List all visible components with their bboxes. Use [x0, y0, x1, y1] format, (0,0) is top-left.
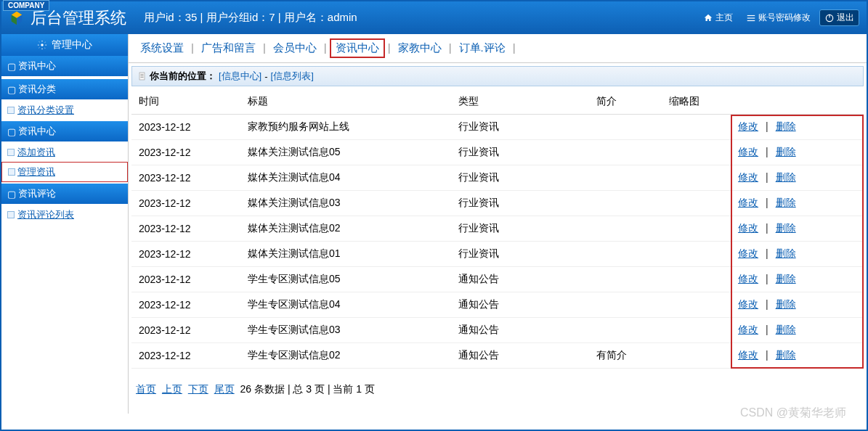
- page-last[interactable]: 尾页: [214, 383, 235, 395]
- home-label: 主页: [715, 12, 733, 24]
- table-row: 2023-12-12学生专区测试信息04通知公告修改|删除: [131, 292, 864, 318]
- cell-intro: [589, 165, 662, 191]
- topnav: 系统设置|广告和留言|会员中心|资讯中心|家教中心|订单.评论|: [129, 34, 867, 63]
- mc-header: 管理中心: [1, 34, 128, 56]
- delete-link[interactable]: 删除: [776, 298, 796, 310]
- cell-thumb: [662, 216, 731, 242]
- cell-title: 媒体关注测试信息02: [240, 216, 451, 242]
- window-frame: 后台管理系统 用户id：35 | 用户分组id：7 | 用户名：admin 主页…: [0, 0, 868, 431]
- table-row: 2023-12-12家教预约服务网站上线行业资讯修改|删除: [131, 115, 864, 140]
- bc-link-2[interactable]: [信息列表]: [271, 70, 314, 83]
- edit-link[interactable]: 修改: [738, 171, 758, 183]
- cell-intro: [589, 267, 662, 292]
- delete-link[interactable]: 删除: [776, 120, 796, 132]
- user-info: 用户id：35 | 用户分组id：7 | 用户名：admin: [144, 11, 357, 25]
- topnav-item[interactable]: 资讯中心: [330, 38, 385, 58]
- exit-label: 退出: [837, 12, 854, 24]
- section-header[interactable]: ▢资讯分类: [1, 79, 128, 99]
- topnav-item[interactable]: 家教中心: [394, 40, 446, 57]
- th-time: 时间: [131, 89, 240, 115]
- table-row: 2023-12-12媒体关注测试信息02行业资讯修改|删除: [131, 216, 864, 242]
- exit-button[interactable]: 退出: [819, 9, 859, 26]
- bc-label: 你当前的位置：: [150, 70, 216, 83]
- menu-item[interactable]: 资讯分类设置: [1, 101, 128, 120]
- cell-title: 媒体关注测试信息04: [240, 165, 451, 191]
- section-header[interactable]: ▢资讯中心: [1, 56, 128, 76]
- edit-link[interactable]: 修改: [738, 273, 758, 284]
- cell-time: 2023-12-12: [131, 216, 240, 242]
- th-type: 类型: [451, 89, 589, 115]
- nav-separator: |: [510, 41, 519, 54]
- menu-item[interactable]: 管理资讯: [1, 162, 128, 182]
- power-icon: [824, 13, 835, 23]
- table-row: 2023-12-12媒体关注测试信息03行业资讯修改|删除: [131, 191, 864, 216]
- topnav-item[interactable]: 会员中心: [269, 40, 321, 57]
- edit-link[interactable]: 修改: [738, 349, 758, 361]
- cell-time: 2023-12-12: [131, 242, 240, 267]
- svg-rect-12: [141, 77, 144, 78]
- delete-link[interactable]: 删除: [776, 349, 796, 361]
- svg-rect-7: [829, 14, 830, 17]
- delete-link[interactable]: 删除: [776, 197, 796, 208]
- edit-link[interactable]: 修改: [738, 120, 758, 132]
- section-title: 资讯分类: [18, 83, 56, 96]
- edit-link[interactable]: 修改: [738, 247, 758, 259]
- section-title: 资讯中心: [18, 59, 56, 73]
- delete-link[interactable]: 删除: [776, 222, 796, 234]
- cell-time: 2023-12-12: [131, 115, 240, 140]
- section-title: 资讯中心: [18, 125, 56, 138]
- section-title: 资讯评论: [18, 187, 56, 200]
- sidebar: 管理中心 ▢资讯中心▢资讯分类资讯分类设置▢资讯中心添加资讯管理资讯▢资讯评论资…: [1, 34, 129, 414]
- cell-title: 媒体关注测试信息03: [240, 191, 451, 216]
- edit-link[interactable]: 修改: [738, 197, 758, 208]
- mc-title: 管理中心: [52, 38, 92, 52]
- cell-actions: 修改|删除: [731, 267, 864, 292]
- edit-link[interactable]: 修改: [738, 222, 758, 234]
- section-header[interactable]: ▢资讯中心: [1, 121, 128, 141]
- menu-item[interactable]: 资讯评论列表: [1, 205, 128, 224]
- page-first[interactable]: 首页: [136, 383, 156, 395]
- menu-item[interactable]: 添加资讯: [1, 143, 128, 162]
- cell-title: 媒体关注测试信息01: [240, 242, 451, 267]
- delete-link[interactable]: 删除: [776, 146, 796, 157]
- th-title: 标题: [240, 89, 451, 115]
- edit-link[interactable]: 修改: [738, 324, 758, 335]
- dash-icon: ▢: [7, 126, 15, 137]
- table-row: 2023-12-12媒体关注测试信息05行业资讯修改|删除: [131, 140, 864, 165]
- bc-link-1[interactable]: [信息中心]: [219, 70, 261, 83]
- cell-type: 行业资讯: [451, 165, 589, 191]
- action-sep: |: [758, 349, 776, 361]
- edit-link[interactable]: 修改: [738, 146, 758, 157]
- cell-time: 2023-12-12: [131, 292, 240, 318]
- action-sep: |: [758, 197, 776, 208]
- topnav-item[interactable]: 广告和留言: [197, 40, 260, 57]
- pagination: 首页 上页 下页 尾页 26 条数据 | 总 3 页 | 当前 1 页: [129, 369, 867, 403]
- action-sep: |: [758, 273, 776, 284]
- delete-link[interactable]: 删除: [776, 247, 796, 259]
- home-button[interactable]: 主页: [699, 10, 737, 25]
- cell-thumb: [662, 165, 731, 191]
- table-row: 2023-12-12媒体关注测试信息01行业资讯修改|删除: [131, 242, 864, 267]
- cell-type: 行业资讯: [451, 140, 589, 165]
- cell-thumb: [662, 191, 731, 216]
- delete-link[interactable]: 删除: [776, 273, 796, 284]
- edit-link[interactable]: 修改: [738, 298, 758, 310]
- page-prev[interactable]: 上页: [162, 383, 182, 395]
- pwd-button[interactable]: 账号密码修改: [742, 10, 815, 25]
- cell-thumb: [662, 242, 731, 267]
- topnav-item[interactable]: 系统设置: [136, 40, 188, 57]
- cell-time: 2023-12-12: [131, 343, 240, 369]
- table-row: 2023-12-12学生专区测试信息02通知公告有简介修改|删除: [131, 343, 864, 369]
- page-next[interactable]: 下页: [188, 383, 208, 395]
- delete-link[interactable]: 删除: [776, 324, 796, 335]
- action-sep: |: [758, 171, 776, 183]
- cell-intro: [589, 115, 662, 140]
- delete-link[interactable]: 删除: [776, 171, 796, 183]
- svg-rect-4: [747, 17, 755, 18]
- svg-rect-11: [141, 75, 144, 76]
- section-header[interactable]: ▢资讯评论: [1, 184, 128, 204]
- topnav-item[interactable]: 订单.评论: [455, 40, 510, 57]
- main-area: 系统设置|广告和留言|会员中心|资讯中心|家教中心|订单.评论| 你当前的位置：…: [129, 34, 867, 414]
- nav-separator: |: [321, 41, 330, 54]
- cell-title: 家教预约服务网站上线: [240, 115, 451, 140]
